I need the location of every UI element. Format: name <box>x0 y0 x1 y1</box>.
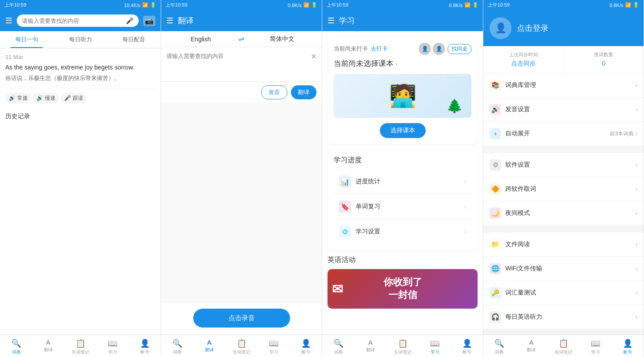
nav-account-4[interactable]: 👤 帐号 <box>611 338 644 356</box>
menu-auto-expand[interactable]: ＋ 自动展开 前3本词典 › <box>483 122 644 146</box>
activity-section: 英语活动 ✉ 你收到了 一封信 <box>328 255 478 309</box>
nav-account-1[interactable]: 👤 帐号 <box>129 338 161 356</box>
progress-stats[interactable]: 📊 进度统计 › <box>334 169 471 194</box>
mic-icon-1[interactable]: 🎤 <box>126 17 133 24</box>
course-title[interactable]: 当前尚未选择课本 › <box>334 58 471 69</box>
nav-notes-label-3: 生词笔记 <box>394 349 412 355</box>
header-1: ☰ 🎤 📷 <box>0 10 161 31</box>
nav-notes-4[interactable]: 📋 生词笔记 <box>548 338 580 356</box>
menu-cross-app[interactable]: 🔶 跨软件取词 › <box>483 177 644 201</box>
menu-icon-1[interactable]: ☰ <box>5 16 12 26</box>
auto-expand-icon: ＋ <box>489 128 501 139</box>
sync-value: 点击同步 <box>489 60 558 68</box>
bottom-nav-4: 🔍 词典 A 翻译 📋 生词笔记 📖 学习 👤 帐号 <box>483 335 644 357</box>
search-input-1[interactable] <box>22 18 122 24</box>
settings-label: 学习设置 <box>356 228 380 236</box>
search-bar-1[interactable]: 🎤 <box>17 15 139 27</box>
nav-study-3[interactable]: 📖 学习 <box>419 338 451 356</box>
translate-button[interactable]: 翻译 <box>291 85 316 99</box>
menu-icon-2[interactable]: ☰ <box>166 16 173 26</box>
sync-stat[interactable]: 上次同步时间 点击同步 <box>483 46 564 73</box>
lang-from[interactable]: English <box>166 36 235 43</box>
letter-icon: ✉ <box>332 281 343 297</box>
status-time-4: 上午10:59 <box>488 2 510 8</box>
normal-speed-btn[interactable]: 🔊 常速 <box>5 93 31 104</box>
tab-daily-sentence[interactable]: 每日一句 <box>0 31 54 48</box>
progress-review[interactable]: 🔖 单词复习 › <box>334 194 471 219</box>
nav-translate-2[interactable]: A 翻译 <box>193 338 225 356</box>
night-mode-icon: 🌙 <box>489 208 501 219</box>
progress-settings[interactable]: ⚙ 学习设置 › <box>334 219 471 244</box>
study-figure-icon: 🧑‍💻 <box>389 83 416 109</box>
menu-pronunciation[interactable]: 🔊 发音设置 › <box>483 98 644 122</box>
profile-header[interactable]: 👤 点击登录 <box>483 10 644 46</box>
nav-study-4[interactable]: 📖 学习 <box>579 338 611 356</box>
nav-notes-2[interactable]: 📋 生词笔记 <box>225 338 258 356</box>
menu-dict-lib[interactable]: 📚 词典库管理 › <box>483 73 644 98</box>
menu-night-mode[interactable]: 🌙 夜间模式 › <box>483 201 644 226</box>
tab-daily-dubbing[interactable]: 每日配音 <box>107 31 161 48</box>
login-text: 点击登录 <box>517 23 548 33</box>
nav-account-2[interactable]: 👤 帐号 <box>290 338 322 356</box>
select-course-button[interactable]: 选择课本 <box>380 123 426 138</box>
wifi-icon-4: 📶 <box>625 2 631 8</box>
record-button[interactable]: 点击录音 <box>193 309 290 328</box>
menu-icon-3[interactable]: ☰ <box>328 16 335 26</box>
nav-translate-3[interactable]: A 翻译 <box>354 338 386 356</box>
nav-translate-4[interactable]: A 翻译 <box>515 338 548 356</box>
nav-notes-label-4: 生词笔记 <box>555 349 572 355</box>
find-desk-btn[interactable]: 找同桌 <box>448 44 471 54</box>
software-settings-icon: ⚙ <box>489 159 501 171</box>
nav-notes-1[interactable]: 📋 生词笔记 <box>64 338 96 356</box>
user-avatar: 👤 <box>489 17 512 39</box>
status-time-2: 上午10:59 <box>166 2 188 8</box>
nav-dictionary-1[interactable]: 🔍 词典 <box>0 338 32 356</box>
nav-acct-label-4: 帐号 <box>623 349 632 355</box>
wifi-icon-2: 📶 <box>303 2 309 8</box>
menu-file-read[interactable]: 📁 文件阅读 › <box>483 233 644 257</box>
nav-translate-1[interactable]: A 翻译 <box>32 338 64 356</box>
audio-controls: 🔊 常速 🔊 慢速 🎤 跟读 <box>5 89 155 107</box>
tab-bar-1: 每日一句 每日听力 每日配音 <box>0 31 161 48</box>
nav-dictionary-3[interactable]: 🔍 词典 <box>322 338 354 356</box>
wifi-transfer-chevron: › <box>636 266 637 272</box>
menu-vocab-test[interactable]: 🔑 词汇量测试 › <box>483 281 644 305</box>
activity-banner[interactable]: ✉ 你收到了 一封信 <box>328 269 478 309</box>
header-2: ☰ 翻译 <box>161 10 322 31</box>
menu-daily-listening[interactable]: 🎧 每日英语听力 › <box>483 305 644 329</box>
menu-software-settings[interactable]: ⚙ 软件设置 › <box>483 153 644 177</box>
battery-icon-4: 🔋 <box>633 2 639 8</box>
lang-to[interactable]: 简体中文 <box>248 35 316 43</box>
daily-listening-icon: 🎧 <box>489 311 501 323</box>
file-read-icon: 📁 <box>489 239 501 250</box>
study-title: 学习 <box>339 15 355 26</box>
clear-icon[interactable]: ✕ <box>311 52 316 61</box>
menu-wifi-transfer[interactable]: 🌐 WiFi文件传输 › <box>483 257 644 281</box>
nav-study-1[interactable]: 📖 学习 <box>96 338 129 356</box>
nav-dictionary-2[interactable]: 🔍 词典 <box>161 338 193 356</box>
checkin-link[interactable]: 去打卡 <box>371 45 388 53</box>
slow-speed-btn[interactable]: 🔊 慢速 <box>33 93 59 104</box>
pronounce-button[interactable]: 发音 <box>261 85 287 99</box>
swap-lang-icon[interactable]: ⇌ <box>239 35 244 43</box>
nav-acct-label-3: 帐号 <box>463 349 471 355</box>
nav-dictionary-4[interactable]: 🔍 词典 <box>483 338 515 356</box>
nav-notes-3[interactable]: 📋 生词笔记 <box>386 338 419 356</box>
nav-account-3[interactable]: 👤 帐号 <box>451 338 483 356</box>
translate-input[interactable] <box>166 52 316 74</box>
nav-dict-icon-2: 🔍 <box>173 339 182 348</box>
tab-daily-listening[interactable]: 每日听力 <box>54 31 107 48</box>
wifi-icon-1: 📶 <box>142 2 148 8</box>
query-label: 查词数量 <box>569 51 639 58</box>
nav-notes-label-2: 生词笔记 <box>233 349 250 355</box>
follow-read-btn[interactable]: 🎤 跟读 <box>61 93 87 104</box>
menu-divider-1 <box>483 149 644 153</box>
nav-notes-icon-1: 📋 <box>76 339 85 348</box>
panel-translation: 上午10:59 0.8K/s 📶 🔋 ☰ 翻译 English ⇌ 简体中文 ✕… <box>161 0 322 357</box>
camera-icon-1[interactable]: 📷 <box>143 16 155 26</box>
panel-dictionary: 上午10:59 10.4K/s 📶 🔋 ☰ 🎤 📷 每日一句 每日听力 每日配音… <box>0 0 161 357</box>
auto-expand-label: 自动展开 <box>505 130 530 138</box>
nav-study-2[interactable]: 📖 学习 <box>258 338 290 356</box>
status-bar-3: 上午10:59 0.8K/s 📶 🔋 <box>322 0 483 10</box>
nav-acct-icon-2: 👤 <box>301 339 311 348</box>
